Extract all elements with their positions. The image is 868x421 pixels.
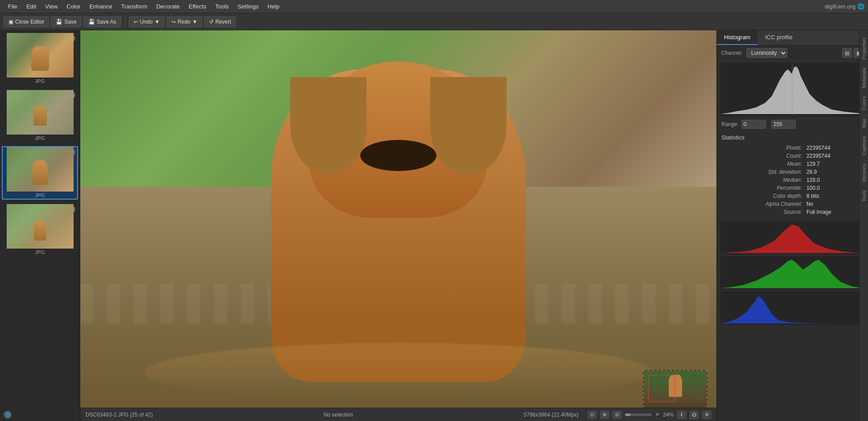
main-area: 🌐 JPG 🌐 JPG 🌐 xyxy=(0,30,868,421)
zoom-level: ✕ xyxy=(655,412,659,417)
menu-effects[interactable]: Effects xyxy=(184,1,211,12)
toolbar-separator-1 xyxy=(125,16,125,27)
stats-row-alpha: Alpha Channel: No xyxy=(722,200,863,208)
mini-preview-box xyxy=(648,375,675,402)
redo-button[interactable]: ↪ Redo ▼ xyxy=(166,16,202,27)
toolbar: ▣ Close Editor 💾 Save 💾 Save As ↩ Undo ▼… xyxy=(0,13,868,30)
sidebar-tab-captions[interactable]: Captions xyxy=(860,132,868,159)
close-editor-button[interactable]: ▣ Close Editor xyxy=(4,16,49,27)
save-as-button[interactable]: 💾 Save As xyxy=(83,16,121,27)
main-canvas[interactable]: DSC03483-2.JPG (25 of 42) No selection 5… xyxy=(80,30,716,421)
std-dev-label: Std. deviation: xyxy=(722,168,804,176)
source-label: Source: xyxy=(722,208,804,216)
menu-settings[interactable]: Settings xyxy=(233,1,263,12)
redo-icon: ↪ xyxy=(171,19,176,25)
filename-status: DSC03483-2.JPG (25 of 42) xyxy=(86,412,153,418)
red-histogram xyxy=(720,221,864,254)
luminosity-histogram xyxy=(720,63,864,116)
stats-row-stddev: Std. deviation: 28.9 xyxy=(722,168,863,176)
save-icon: 💾 xyxy=(56,19,62,25)
mean-label: Mean: xyxy=(722,160,804,168)
percentile-label: Percentile: xyxy=(722,184,804,192)
thumbnail-scroll[interactable]: 🌐 JPG 🌐 JPG 🌐 xyxy=(0,30,80,408)
luminosity-histogram-container xyxy=(717,61,868,118)
save-as-icon: 💾 xyxy=(88,19,95,25)
settings-button[interactable]: ⚙ xyxy=(702,411,711,419)
menu-decorate[interactable]: Decorate xyxy=(152,1,184,12)
close-editor-label: Close Editor xyxy=(15,19,44,25)
revert-button[interactable]: ↺ Revert xyxy=(204,16,236,27)
thumbnail-item-active[interactable]: 🌐 JPG xyxy=(2,146,78,200)
digikam-title: digiKam.org xyxy=(825,3,856,10)
channel-row: Channel: Luminosity Red Green Blue Alpha… xyxy=(717,45,868,61)
mean-value: 129.7 xyxy=(805,160,863,168)
thumbnail-image xyxy=(7,90,74,135)
thumbnail-item[interactable]: 🌐 JPG xyxy=(2,203,78,257)
range-row: Range: xyxy=(717,118,868,131)
stats-row-count: Count: 22395744 xyxy=(722,152,863,159)
undo-dropdown-icon: ▼ xyxy=(154,19,160,25)
tab-histogram[interactable]: Histogram xyxy=(717,30,758,45)
alpha-channel-label: Alpha Channel: xyxy=(722,200,804,208)
statistics-table: Pixels: 22395744 Count: 22395744 Mean: 1… xyxy=(721,143,864,217)
range-label: Range: xyxy=(721,121,739,127)
statistics-title: Statistics xyxy=(721,134,864,141)
menu-help[interactable]: Help xyxy=(263,1,284,12)
menu-view[interactable]: View xyxy=(41,1,62,12)
sidebar-tab-metadata[interactable]: Metadata xyxy=(860,64,868,92)
channel-select[interactable]: Luminosity Red Green Blue Alpha Colors xyxy=(746,48,787,58)
percentile-value: 100.0 xyxy=(805,184,863,192)
zoom-fit-width-button[interactable]: ⊞ xyxy=(600,411,609,419)
menu-transform[interactable]: Transform xyxy=(117,1,152,12)
save-as-label: Save As xyxy=(97,19,116,25)
alpha-channel-value: No xyxy=(805,200,863,208)
undo-button[interactable]: ↩ Undo ▼ xyxy=(129,16,165,27)
range-max-input[interactable] xyxy=(771,120,796,129)
count-label: Count: xyxy=(722,152,804,159)
tab-icc-profile[interactable]: ICC profile xyxy=(758,30,800,45)
zoom-original-button[interactable]: ⊟ xyxy=(613,411,621,419)
thumbnail-label: JPG xyxy=(3,135,77,142)
close-editor-icon: ▣ xyxy=(8,19,13,25)
sidebar-tab-map[interactable]: Map xyxy=(860,115,868,131)
undo-icon: ↩ xyxy=(134,19,138,25)
info-button[interactable]: ℹ xyxy=(677,411,686,419)
save-label: Save xyxy=(64,19,76,25)
menu-edit[interactable]: Edit xyxy=(22,1,41,12)
sidebar-tab-versions[interactable]: Versions xyxy=(860,160,868,186)
stats-row-pixels: Pixels: 22395744 xyxy=(722,144,863,151)
thumbnail-item[interactable]: 🌐 JPG xyxy=(2,89,78,143)
save-button[interactable]: 💾 Save xyxy=(51,16,81,27)
pixels-label: Pixels: xyxy=(722,144,804,151)
right-sidebar-tabs: Properties Metadata Colors Map Captions … xyxy=(859,30,868,421)
thumbnail-label: JPG xyxy=(3,192,77,199)
zoom-slider[interactable] xyxy=(625,413,652,416)
menu-color[interactable]: Color xyxy=(62,1,85,12)
zoom-percent: 24% xyxy=(663,412,674,418)
channel-label: Channel: xyxy=(721,50,743,56)
histogram-icon-1[interactable]: ▤ xyxy=(842,48,852,58)
panel-globe-icon: 🌐 xyxy=(4,411,12,419)
thumbnail-item[interactable]: 🌐 JPG xyxy=(2,32,78,86)
menu-file[interactable]: File xyxy=(4,1,22,12)
sidebar-tab-tools[interactable]: Tools xyxy=(860,187,868,205)
sidebar-tab-colors[interactable]: Colors xyxy=(860,93,868,114)
zoom-fit-button[interactable]: ⊡ xyxy=(588,411,596,419)
main-image xyxy=(80,30,716,421)
menu-enhance[interactable]: Enhance xyxy=(85,1,116,12)
sidebar-tab-properties[interactable]: Properties xyxy=(860,34,868,63)
color-depth-label: Color depth: xyxy=(722,192,804,200)
statusbar: DSC03483-2.JPG (25 of 42) No selection 5… xyxy=(80,408,716,421)
count-value: 22395744 xyxy=(805,152,863,159)
stats-row-mean: Mean: 129.7 xyxy=(722,160,863,168)
power-button[interactable]: ⏻ xyxy=(690,411,699,419)
redo-dropdown-icon: ▼ xyxy=(192,19,197,25)
stats-row-percentile: Percentile: 100.0 xyxy=(722,184,863,192)
thumbnail-label: JPG xyxy=(3,249,77,256)
histogram-panel: Histogram ICC profile Channel: Luminosit… xyxy=(716,30,868,421)
mini-preview xyxy=(643,370,708,412)
range-min-input[interactable] xyxy=(741,120,766,129)
stats-row-color-depth: Color depth: 8 bits xyxy=(722,192,863,200)
statistics-section: Statistics Pixels: 22395744 Count: 22395… xyxy=(717,131,868,220)
menu-tools[interactable]: Tools xyxy=(211,1,233,12)
